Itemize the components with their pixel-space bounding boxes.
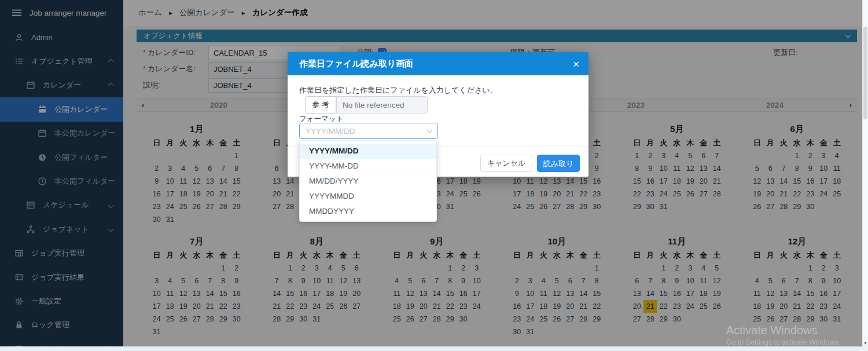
cancel-button[interactable]: キャンセル <box>480 155 532 172</box>
format-option[interactable]: MMDDYYYY <box>300 204 436 219</box>
dialog-instruction: 作業日を指定した作業日にファイルを入力してください。 <box>299 85 498 96</box>
scrollbar-corner <box>862 346 868 351</box>
horizontal-scrollbar[interactable] <box>0 346 862 351</box>
chevron-down-icon <box>427 127 433 133</box>
format-option[interactable]: YYYY/MM/DD <box>300 144 436 159</box>
format-option[interactable]: YYYY-MM-DD <box>300 159 436 174</box>
scrollbar-down-arrow-icon[interactable]: ▼ <box>863 341 868 345</box>
reference-button[interactable]: 参 考 <box>305 96 336 114</box>
vertical-scrollbar-thumb[interactable] <box>863 27 867 119</box>
format-select[interactable]: YYYY/MM/DD <box>299 123 438 139</box>
vertical-scrollbar[interactable]: ▼ <box>862 0 868 346</box>
dialog-header: 作業日ファイル読み取り画面 × <box>288 52 589 75</box>
dialog-title: 作業日ファイル読み取り画面 <box>299 58 413 70</box>
app-window: Job arranger manager Adminオブジェクト管理カレンダー公… <box>0 0 868 351</box>
format-option[interactable]: MM/DD/YYYY <box>300 174 436 189</box>
format-option[interactable]: YYYYMMDD <box>300 189 436 204</box>
format-select-value: YYYY/MM/DD <box>306 127 355 136</box>
close-icon[interactable]: × <box>573 58 579 70</box>
read-button[interactable]: 読み取り <box>537 155 580 172</box>
file-reference-input[interactable] <box>336 96 428 114</box>
format-dropdown-menu: YYYY/MM/DDYYYY-MM-DDMM/DD/YYYYYYYYMMDDMM… <box>299 141 437 222</box>
